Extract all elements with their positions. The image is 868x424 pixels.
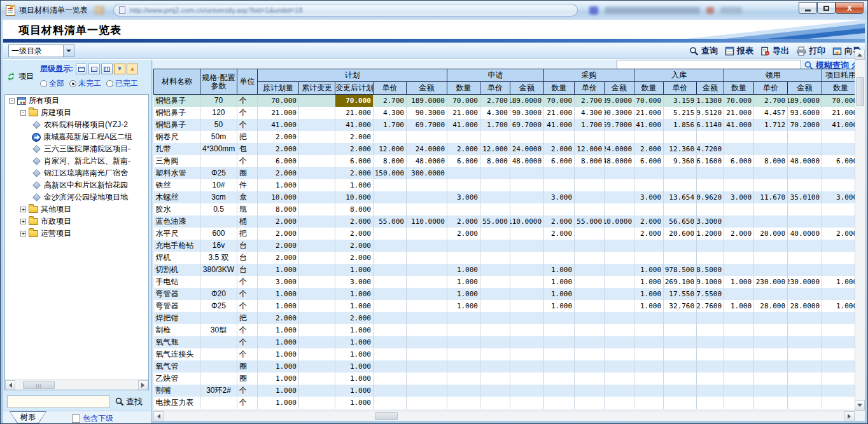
table-row[interactable]: 割枪30型个1.0001.000 — [154, 324, 860, 336]
grid-cell[interactable] — [575, 348, 605, 360]
table-row[interactable]: 氧气瓶个1.0001.000 — [154, 336, 860, 348]
grid-cell[interactable]: 焊机 — [154, 252, 200, 264]
grid-cell[interactable]: 个 — [237, 95, 258, 107]
grid-cell[interactable] — [575, 167, 605, 179]
grid-cell[interactable] — [299, 373, 335, 385]
grid-cell[interactable]: 1.000 — [634, 264, 664, 276]
table-row[interactable]: 铜铝鼻子50个41.00041.0001.70069.700041.0001.7… — [154, 119, 860, 131]
grid-cell[interactable]: 1.700 — [575, 119, 605, 131]
grid-cell[interactable] — [299, 240, 335, 252]
scrollbar-thumb[interactable] — [856, 77, 864, 106]
grid-cell[interactable]: 10# — [200, 179, 237, 191]
grid-cell[interactable]: 1.000 — [258, 385, 299, 397]
grid-cell[interactable]: 269.1000 — [697, 276, 724, 288]
grid-cell[interactable] — [788, 179, 822, 191]
grid-cell[interactable] — [374, 179, 407, 191]
grid-cell[interactable] — [575, 324, 605, 336]
grid-cell[interactable] — [510, 324, 544, 336]
grid-cell[interactable]: 圈 — [237, 373, 258, 385]
grid-cell[interactable] — [200, 215, 237, 228]
grid-cell[interactable] — [697, 179, 724, 191]
grid-cell[interactable]: 三角阀 — [154, 155, 200, 167]
grid-cell[interactable]: 55.000 — [480, 215, 510, 228]
grid-cell[interactable]: 70.000 — [634, 95, 664, 107]
grid-cell[interactable] — [575, 288, 605, 300]
grid-cell[interactable]: 48.0000 — [788, 155, 822, 167]
grid-cell[interactable]: 2.000 — [335, 252, 374, 264]
grid-cell[interactable] — [510, 373, 544, 385]
grid-cell[interactable]: 铁丝 — [154, 179, 200, 191]
grid-cell[interactable]: 6.000 — [724, 155, 754, 167]
grid-cell[interactable] — [407, 240, 447, 252]
grid-cell[interactable]: 48.0000 — [510, 155, 544, 167]
grid-cell[interactable] — [544, 203, 575, 215]
grid-cell[interactable]: 3.5 双 — [200, 252, 237, 264]
grid-cell[interactable] — [447, 240, 480, 252]
grid-cell[interactable] — [822, 312, 860, 324]
table-row[interactable]: 木螺丝3cm盒10.00010.0003.0003.0003.00013.654… — [154, 191, 860, 203]
grid-cell[interactable] — [605, 336, 634, 348]
grid-cell[interactable]: 1.000 — [447, 276, 480, 288]
grid-cell[interactable] — [634, 397, 664, 409]
grid-cell[interactable] — [724, 131, 754, 143]
grid-cell[interactable] — [447, 167, 480, 179]
grid-cell[interactable] — [754, 179, 788, 191]
grid-cell[interactable] — [480, 300, 510, 312]
grid-cell[interactable]: 2.000 — [822, 228, 860, 240]
collapse-expander-icon[interactable]: - — [20, 110, 26, 116]
grid-cell[interactable] — [697, 336, 724, 348]
grid-cell[interactable]: 6.000 — [335, 155, 374, 167]
column-header[interactable]: 数量 — [724, 82, 754, 95]
column-header[interactable]: 单价 — [754, 82, 788, 95]
grid-cell[interactable]: 300.0000 — [407, 167, 447, 179]
grid-cell[interactable] — [788, 240, 822, 252]
grid-cell[interactable]: 2.700 — [754, 95, 788, 107]
group-header[interactable]: 计划 — [258, 69, 447, 82]
column-header[interactable]: 单位 — [237, 69, 258, 95]
grid-cell[interactable]: Φ25 — [200, 167, 237, 179]
grid-cell[interactable] — [544, 179, 575, 191]
grid-cell[interactable]: 个 — [237, 119, 258, 131]
scroll-up-button[interactable] — [855, 50, 865, 60]
grid-cell[interactable] — [754, 385, 788, 397]
grid-cell[interactable] — [754, 373, 788, 385]
grid-cell[interactable] — [480, 336, 510, 348]
grid-cell[interactable]: 978.500 — [664, 264, 697, 276]
grid-cell[interactable] — [544, 348, 575, 360]
grid-cell[interactable] — [447, 385, 480, 397]
grid-cell[interactable]: 2.000 — [634, 215, 664, 228]
grid-cell[interactable] — [407, 360, 447, 373]
grid-cell[interactable]: 1.000 — [258, 300, 299, 312]
grid-cell[interactable]: 55.000 — [374, 215, 407, 228]
grid-cell[interactable] — [822, 252, 860, 264]
grid-cell[interactable]: 35.0100 — [788, 191, 822, 203]
grid-cell[interactable] — [822, 215, 860, 228]
grid-cell[interactable]: 1.000 — [544, 264, 575, 276]
grid-cell[interactable]: 50m — [200, 131, 237, 143]
grid-cell[interactable]: 台 — [237, 240, 258, 252]
grid-cell[interactable]: 2.000 — [258, 131, 299, 143]
grid-cell[interactable] — [510, 300, 544, 312]
grid-cell[interactable]: 2.000 — [258, 228, 299, 240]
report-button[interactable]: 报表 — [725, 45, 753, 57]
grid-cell[interactable] — [634, 348, 664, 360]
grid-cell[interactable] — [788, 336, 822, 348]
grid-cell[interactable]: 28.000 — [754, 300, 788, 312]
grid-cell[interactable] — [407, 203, 447, 215]
grid-cell[interactable]: 1.000 — [258, 324, 299, 336]
tree-item[interactable]: 金沙滨河公园绿地项目地 — [5, 191, 148, 203]
grid-cell[interactable]: 12.000 — [374, 143, 407, 155]
grid-cell[interactable] — [299, 131, 335, 143]
grid-cell[interactable] — [788, 385, 822, 397]
grid-cell[interactable]: 铜铝鼻子 — [154, 119, 200, 131]
grid-cell[interactable] — [407, 179, 447, 191]
grid-cell[interactable]: 1.000 — [447, 300, 480, 312]
grid-cell[interactable]: 3.000 — [335, 276, 374, 288]
grid-cell[interactable] — [788, 143, 822, 155]
grid-cell[interactable]: 1.000 — [335, 288, 374, 300]
grid-cell[interactable] — [447, 373, 480, 385]
grid-cell[interactable] — [724, 336, 754, 348]
grid-cell[interactable]: 41.000 — [724, 119, 754, 131]
group-header[interactable]: 领用 — [724, 69, 822, 82]
view-list-button[interactable] — [88, 64, 100, 74]
